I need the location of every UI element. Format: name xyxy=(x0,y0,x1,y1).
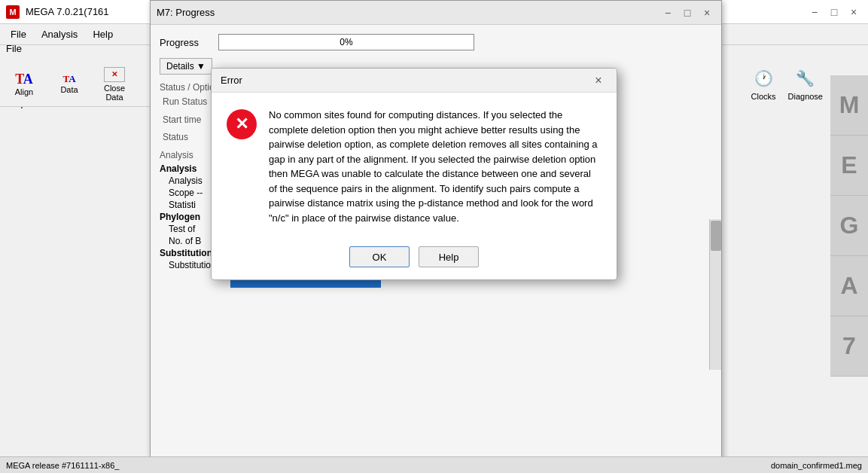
progress-scrollbar[interactable] xyxy=(709,219,721,370)
status-bar-right: domain_confirmed1.meg xyxy=(771,461,862,470)
error-icon: ✕ xyxy=(227,109,257,139)
error-titlebar: Error × xyxy=(212,69,617,93)
error-message: No common sites found for computing dist… xyxy=(269,108,602,225)
mega-minimize-btn[interactable]: − xyxy=(806,4,823,20)
error-help-button[interactable]: Help xyxy=(419,246,479,267)
data-btn[interactable]: TA Data xyxy=(48,66,90,102)
status-bar: MEGA release #7161111-x86_ domain_confir… xyxy=(0,456,868,473)
error-ok-button[interactable]: OK xyxy=(349,246,410,267)
right-tools: 🕐 Clocks 🔧 Diagnose xyxy=(751,66,824,101)
close-data-btn[interactable]: ✕ CloseData xyxy=(93,66,136,102)
mega-window: M MEGA 7.0.21(7161 − □ × File Analysis H… xyxy=(0,0,868,473)
diagnose-label: Diagnose xyxy=(788,92,823,101)
progress-maximize-btn[interactable]: □ xyxy=(679,5,696,21)
side-label-file[interactable]: File xyxy=(0,35,151,62)
progress-window-title: M7: Progress xyxy=(157,7,215,18)
progress-label: Progress xyxy=(160,37,212,48)
progress-bar-text: 0% xyxy=(340,37,352,47)
data-icon: TA xyxy=(62,74,75,84)
mega-close-btn[interactable]: × xyxy=(845,4,862,20)
progress-bar-container: 0% xyxy=(218,34,474,50)
error-body: ✕ No common sites found for computing di… xyxy=(212,93,617,237)
mega-app-icon: M xyxy=(6,5,20,19)
details-button[interactable]: Details ▼ xyxy=(160,58,212,75)
mega-letter-a: A xyxy=(830,256,868,316)
close-data-icon: ✕ xyxy=(104,67,125,82)
diagnose-btn[interactable]: 🔧 Diagnose xyxy=(788,66,823,101)
clocks-label: Clocks xyxy=(751,92,776,101)
diagnose-icon: 🔧 xyxy=(793,66,818,90)
scrollbar-thumb[interactable] xyxy=(711,221,721,251)
progress-row: Progress 0% xyxy=(160,34,712,50)
mega-letter-m: M xyxy=(830,75,868,136)
mega-letter-e: E xyxy=(830,136,868,196)
progress-titlebar: M7: Progress − □ × xyxy=(151,1,721,25)
error-footer: OK Help xyxy=(212,237,617,279)
progress-window-controls: − □ × xyxy=(659,5,715,21)
progress-close-btn[interactable]: × xyxy=(699,5,715,21)
left-toolbar: TA Align TA Data ✕ CloseData xyxy=(0,62,151,107)
status-bar-left: MEGA release #7161111-x86_ xyxy=(6,461,119,470)
mega-letter-7: 7 xyxy=(830,316,868,377)
error-close-button[interactable]: × xyxy=(589,72,608,90)
clocks-btn[interactable]: 🕐 Clocks xyxy=(751,66,776,101)
error-dialog: Error × ✕ No common sites found for comp… xyxy=(211,68,617,280)
mega-maximize-btn[interactable]: □ xyxy=(826,4,842,20)
error-title: Error xyxy=(221,75,242,86)
mega-letters-panel: M E G A 7 xyxy=(830,75,868,377)
progress-minimize-btn[interactable]: − xyxy=(659,5,676,21)
mega-title: MEGA 7.0.21(7161 xyxy=(26,6,109,17)
mega-letter-g: G xyxy=(830,196,868,256)
align-btn[interactable]: TA Align xyxy=(3,66,45,102)
mega-window-controls: − □ × xyxy=(806,4,862,20)
ta-icon: TA xyxy=(15,72,33,86)
clocks-icon: 🕐 xyxy=(751,66,775,90)
